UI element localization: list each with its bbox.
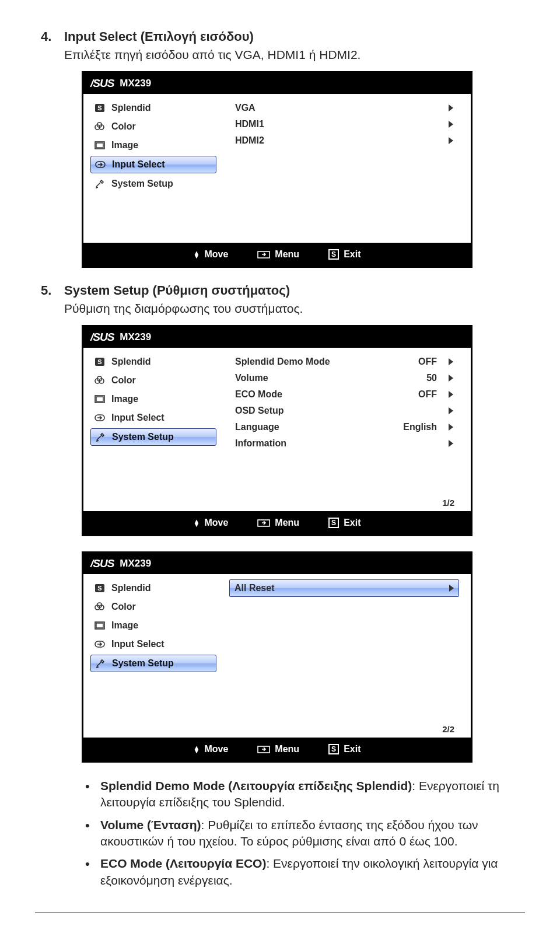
option-demo-mode[interactable]: Splendid Demo ModeOFF bbox=[235, 354, 453, 370]
model-label: MX239 bbox=[120, 331, 151, 343]
osd-panel-input-select: /SUS MX239 S Splendid Color Image bbox=[82, 71, 473, 268]
footer-label: Menu bbox=[275, 249, 299, 260]
option-label: VGA bbox=[235, 103, 449, 113]
sidebar-item-system-setup[interactable]: System Setup bbox=[90, 176, 216, 192]
section-number: 5. bbox=[41, 283, 64, 298]
footer-label: Move bbox=[204, 518, 228, 528]
sidebar-item-splendid[interactable]: S Splendid bbox=[90, 580, 216, 596]
sidebar-item-system-setup[interactable]: System Setup bbox=[90, 428, 216, 446]
sidebar-item-input-select[interactable]: Input Select bbox=[90, 636, 216, 652]
chevron-right-icon bbox=[449, 121, 453, 128]
chevron-right-icon bbox=[449, 585, 454, 592]
footer-label: Menu bbox=[275, 744, 299, 754]
sidebar-item-image[interactable]: Image bbox=[90, 137, 216, 153]
section-5-subtitle: Ρύθμιση της διαμόρφωσης του συστήματος. bbox=[64, 302, 519, 316]
chevron-right-icon bbox=[449, 358, 453, 365]
tools-icon bbox=[94, 432, 106, 442]
option-hdmi1[interactable]: HDMI1 bbox=[235, 116, 453, 132]
menu-icon bbox=[257, 745, 270, 754]
option-information[interactable]: Information bbox=[235, 435, 453, 452]
section-5-title: 5.System Setup (Ρύθμιση συστήματος) bbox=[41, 283, 519, 298]
s-box-icon: S bbox=[94, 103, 106, 113]
color-icon bbox=[94, 375, 106, 386]
osd-footer: ▲▼ Move Menu S Exit bbox=[83, 243, 471, 266]
osd-sidebar: S Splendid Color Image Input Select bbox=[83, 348, 223, 511]
bullet-bold: Volume (Ένταση) bbox=[100, 818, 201, 831]
footer-exit[interactable]: S Exit bbox=[328, 249, 360, 260]
osd-header: /SUS MX239 bbox=[83, 73, 471, 94]
option-value: OFF bbox=[390, 389, 437, 400]
bullet-list: Splendid Demo Mode (Λειτουργία επίδειξης… bbox=[82, 778, 537, 889]
s-box-icon: S bbox=[328, 744, 339, 754]
option-label: Volume bbox=[235, 373, 390, 383]
footer-exit[interactable]: S Exit bbox=[328, 744, 360, 754]
sidebar-item-input-select[interactable]: Input Select bbox=[90, 156, 216, 173]
sidebar-label: Splendid bbox=[111, 357, 151, 367]
osd-header: /SUS MX239 bbox=[83, 553, 471, 574]
osd-sidebar: S Splendid Color Image Input Select bbox=[83, 94, 223, 243]
footer-label: Exit bbox=[344, 518, 360, 528]
footer-menu[interactable]: Menu bbox=[257, 518, 299, 528]
osd-content: All Reset 2/2 bbox=[223, 574, 471, 738]
sidebar-item-system-setup[interactable]: System Setup bbox=[90, 655, 216, 672]
footer-move[interactable]: ▲▼ Move bbox=[194, 518, 229, 528]
sidebar-item-color[interactable]: Color bbox=[90, 372, 216, 389]
sidebar-item-color[interactable]: Color bbox=[90, 118, 216, 135]
sidebar-item-input-select[interactable]: Input Select bbox=[90, 410, 216, 426]
input-icon bbox=[94, 413, 106, 423]
color-icon bbox=[94, 121, 106, 132]
osd-panel-system-setup-2: /SUS MX239 S Splendid Color Image bbox=[82, 551, 473, 763]
option-label: Splendid Demo Mode bbox=[235, 357, 390, 367]
sidebar-item-color[interactable]: Color bbox=[90, 599, 216, 615]
sidebar-item-splendid[interactable]: S Splendid bbox=[90, 100, 216, 116]
sidebar-item-splendid[interactable]: S Splendid bbox=[90, 354, 216, 370]
chevron-right-icon bbox=[449, 104, 453, 111]
chevron-right-icon bbox=[449, 407, 453, 414]
sidebar-label: Input Select bbox=[112, 159, 165, 170]
svg-text:S: S bbox=[97, 104, 102, 111]
sidebar-label: Splendid bbox=[111, 583, 151, 593]
sidebar-label: System Setup bbox=[112, 432, 174, 442]
option-osd-setup[interactable]: OSD Setup bbox=[235, 403, 453, 419]
footer-label: Menu bbox=[275, 518, 299, 528]
option-label: ECO Mode bbox=[235, 389, 390, 400]
sidebar-label: Input Select bbox=[111, 639, 164, 649]
osd-content: Splendid Demo ModeOFF Volume50 ECO ModeO… bbox=[223, 348, 471, 511]
chevron-right-icon bbox=[449, 440, 453, 447]
sidebar-item-image[interactable]: Image bbox=[90, 391, 216, 407]
chevron-right-icon bbox=[449, 424, 453, 431]
sidebar-label: Image bbox=[111, 140, 138, 151]
menu-icon bbox=[257, 518, 270, 527]
option-eco-mode[interactable]: ECO ModeOFF bbox=[235, 386, 453, 403]
option-volume[interactable]: Volume50 bbox=[235, 370, 453, 386]
tools-icon bbox=[94, 658, 106, 669]
osd-sidebar: S Splendid Color Image Input Select bbox=[83, 574, 223, 738]
option-vga[interactable]: VGA bbox=[235, 100, 453, 116]
option-language[interactable]: LanguageEnglish bbox=[235, 419, 453, 435]
svg-rect-24 bbox=[96, 623, 103, 628]
footer-exit[interactable]: S Exit bbox=[328, 518, 360, 528]
model-label: MX239 bbox=[120, 78, 151, 89]
footer-move[interactable]: ▲▼ Move bbox=[194, 249, 229, 260]
option-value: English bbox=[390, 422, 437, 432]
footer-menu[interactable]: Menu bbox=[257, 744, 299, 754]
option-label: Language bbox=[235, 422, 390, 432]
image-icon bbox=[94, 620, 106, 631]
section-number: 4. bbox=[41, 29, 64, 44]
osd-content: VGA HDMI1 HDMI2 bbox=[223, 94, 471, 243]
image-icon bbox=[94, 140, 106, 151]
option-hdmi2[interactable]: HDMI2 bbox=[235, 132, 453, 149]
option-all-reset[interactable]: All Reset bbox=[229, 579, 459, 597]
option-label: OSD Setup bbox=[235, 406, 390, 416]
osd-panel-system-setup-1: /SUS MX239 S Splendid Color Image bbox=[82, 325, 473, 536]
bullet-splendid-demo: Splendid Demo Mode (Λειτουργία επίδειξης… bbox=[82, 778, 537, 811]
svg-rect-6 bbox=[96, 143, 103, 148]
osd-header: /SUS MX239 bbox=[83, 327, 471, 348]
footer-move[interactable]: ▲▼ Move bbox=[194, 744, 229, 754]
sidebar-item-image[interactable]: Image bbox=[90, 617, 216, 634]
menu-icon bbox=[257, 250, 270, 259]
sidebar-label: Image bbox=[111, 394, 138, 404]
footer-label: Exit bbox=[344, 249, 360, 260]
footer-menu[interactable]: Menu bbox=[257, 249, 299, 260]
section-heading-text: Input Select (Επιλογή εισόδου) bbox=[64, 29, 254, 44]
